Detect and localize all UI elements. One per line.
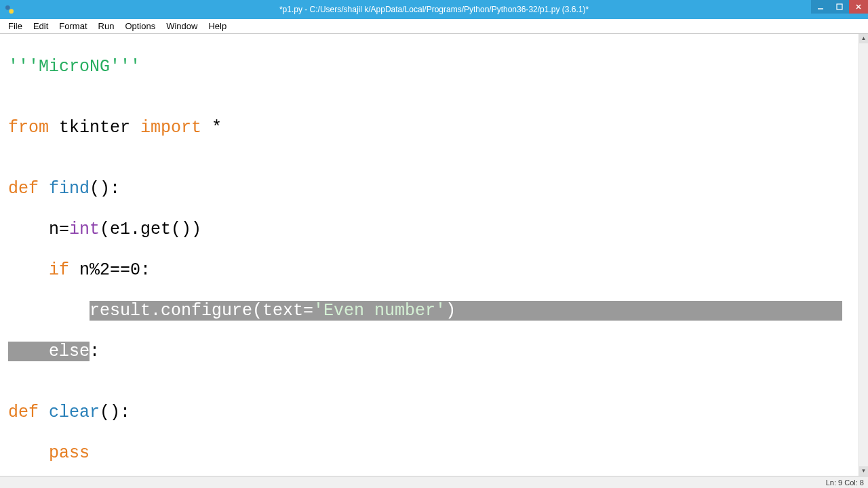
code-text <box>8 342 49 361</box>
menu-edit[interactable]: Edit <box>28 20 54 33</box>
code-text: find <box>49 179 90 199</box>
menu-window[interactable]: Window <box>161 20 203 33</box>
menubar: File Edit Format Run Options Window Help <box>0 19 868 34</box>
code-text: (): <box>90 179 120 199</box>
editor-area: '''MicroNG''' from tkinter import * def … <box>0 34 868 476</box>
menu-run[interactable]: Run <box>93 20 120 33</box>
menu-help[interactable]: Help <box>203 20 232 33</box>
code-text: n= <box>8 220 69 239</box>
code-text: ) <box>446 301 456 321</box>
selection: result.configure(text='Even number') <box>90 301 842 321</box>
code-text <box>8 301 90 321</box>
menu-format[interactable]: Format <box>54 20 92 33</box>
menu-options[interactable]: Options <box>119 20 161 33</box>
close-button[interactable] <box>849 0 868 14</box>
code-editor[interactable]: '''MicroNG''' from tkinter import * def … <box>0 34 859 476</box>
vertical-scrollbar[interactable]: ▲ ▼ <box>859 34 868 476</box>
code-text: import <box>140 118 201 138</box>
svg-rect-3 <box>837 4 842 9</box>
code-text: else <box>49 342 90 361</box>
code-text: clear <box>49 403 100 422</box>
code-text <box>8 443 49 463</box>
titlebar: *p1.py - C:/Users/shajil k/AppData/Local… <box>0 0 868 19</box>
scroll-up-icon[interactable]: ▲ <box>859 34 868 43</box>
cursor-position: Ln: 9 Col: 8 <box>826 479 864 487</box>
code-text: tkinter <box>49 118 140 138</box>
code-text <box>39 179 49 199</box>
svg-point-0 <box>5 5 10 10</box>
code-text: n%2==0: <box>69 260 151 280</box>
code-text: 'Even number' <box>313 301 446 321</box>
selection: else <box>8 342 90 361</box>
code-text: '''MicroNG''' <box>8 57 140 77</box>
minimize-button[interactable] <box>811 0 830 14</box>
svg-point-1 <box>9 9 14 14</box>
scroll-down-icon[interactable]: ▼ <box>859 466 868 476</box>
window-title: *p1.py - C:/Users/shajil k/AppData/Local… <box>279 5 589 14</box>
code-text <box>8 260 49 280</box>
code-text: if <box>49 260 69 280</box>
app-icon <box>0 0 19 19</box>
menu-file[interactable]: File <box>3 20 28 33</box>
code-text: from <box>8 118 49 138</box>
code-text: result.configure(text= <box>90 301 313 321</box>
code-text: def <box>8 179 39 199</box>
code-text: (e1.get()) <box>100 220 201 239</box>
code-text: int <box>69 220 100 239</box>
code-text: pass <box>49 443 90 463</box>
code-text: def <box>8 403 39 422</box>
code-text <box>39 403 49 422</box>
code-text: * <box>201 118 222 138</box>
code-text: : <box>90 342 100 361</box>
maximize-button[interactable] <box>830 0 849 14</box>
statusbar: Ln: 9 Col: 8 <box>0 476 868 488</box>
code-text: (): <box>100 403 130 422</box>
window-controls <box>811 0 868 14</box>
